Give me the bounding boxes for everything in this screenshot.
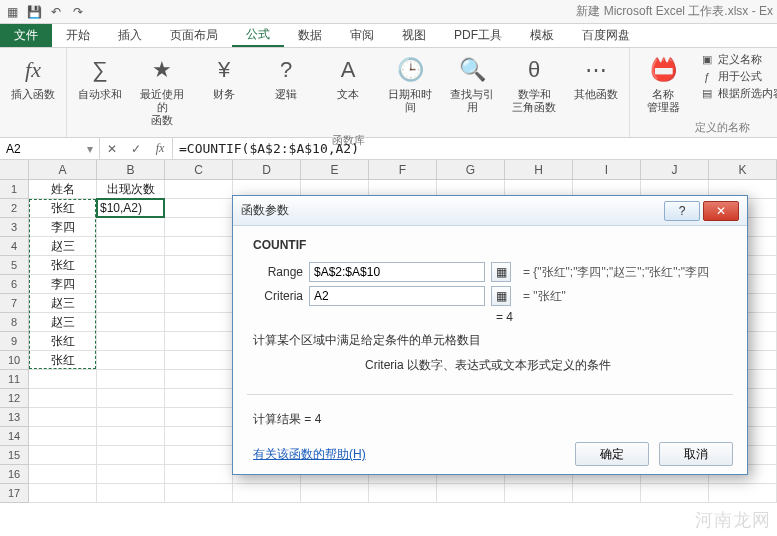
math-trig-button[interactable]: θ 数学和三角函数 [505,50,563,118]
column-header-G[interactable]: G [437,160,505,180]
cell[interactable]: 张红 [29,332,97,351]
autosum-button[interactable]: ∑ 自动求和 [71,50,129,105]
cell[interactable] [97,256,165,275]
cell[interactable] [233,484,301,503]
tab-pdf[interactable]: PDF工具 [440,24,516,47]
cell[interactable] [165,256,233,275]
cell[interactable] [369,484,437,503]
help-link[interactable]: 有关该函数的帮助(H) [253,446,366,463]
row-header-16[interactable]: 16 [0,465,29,484]
column-header-K[interactable]: K [709,160,777,180]
row-header-3[interactable]: 3 [0,218,29,237]
cell[interactable] [165,465,233,484]
cell[interactable] [29,370,97,389]
row-header-4[interactable]: 4 [0,237,29,256]
cell[interactable] [165,180,233,199]
lookup-button[interactable]: 🔍 查找与引用 [443,50,501,118]
tab-formulas[interactable]: 公式 [232,24,284,47]
cell[interactable] [97,446,165,465]
name-manager-button[interactable]: 📛 名称管理器 [634,50,692,118]
row-header-11[interactable]: 11 [0,370,29,389]
cell[interactable]: 赵三 [29,313,97,332]
cell[interactable] [165,275,233,294]
row-header-13[interactable]: 13 [0,408,29,427]
column-header-B[interactable]: B [97,160,165,180]
logical-button[interactable]: ? 逻辑 [257,50,315,105]
cell[interactable] [165,332,233,351]
column-header-C[interactable]: C [165,160,233,180]
tab-baidu[interactable]: 百度网盘 [568,24,644,47]
cell[interactable] [97,484,165,503]
tab-home[interactable]: 开始 [52,24,104,47]
cell[interactable] [97,427,165,446]
cell[interactable]: 赵三 [29,294,97,313]
select-all-corner[interactable] [0,160,29,180]
row-header-12[interactable]: 12 [0,389,29,408]
column-header-I[interactable]: I [573,160,641,180]
qat-save-icon[interactable]: 💾 [26,4,42,20]
formula-cancel-button[interactable]: ✕ [100,138,124,159]
range-input[interactable] [309,262,485,282]
qat-redo-icon[interactable]: ↷ [70,4,86,20]
tab-review[interactable]: 审阅 [336,24,388,47]
datetime-button[interactable]: 🕒 日期和时间 [381,50,439,118]
cell[interactable] [97,389,165,408]
column-header-J[interactable]: J [641,160,709,180]
dialog-titlebar[interactable]: 函数参数 ? ✕ [233,196,747,226]
tab-insert[interactable]: 插入 [104,24,156,47]
row-header-15[interactable]: 15 [0,446,29,465]
recent-functions-button[interactable]: ★ 最近使用的函数 [133,50,191,131]
cell[interactable] [165,389,233,408]
criteria-picker-button[interactable]: ▦ [491,286,511,306]
criteria-input[interactable] [309,286,485,306]
cell[interactable]: $10,A2) [97,199,165,218]
column-header-A[interactable]: A [29,160,97,180]
qat-undo-icon[interactable]: ↶ [48,4,64,20]
cell[interactable] [165,313,233,332]
name-box-input[interactable] [6,142,87,156]
row-header-6[interactable]: 6 [0,275,29,294]
fx-button[interactable]: fx [148,138,172,159]
cell[interactable] [165,408,233,427]
tab-view[interactable]: 视图 [388,24,440,47]
cancel-button[interactable]: 取消 [659,442,733,466]
cell[interactable] [97,275,165,294]
cell[interactable] [97,332,165,351]
row-header-9[interactable]: 9 [0,332,29,351]
range-picker-button[interactable]: ▦ [491,262,511,282]
chevron-down-icon[interactable]: ▾ [87,142,93,156]
cell[interactable] [97,218,165,237]
cell[interactable]: 张红 [29,351,97,370]
insert-function-button[interactable]: fx 插入函数 [4,50,62,105]
cell[interactable]: 李四 [29,275,97,294]
cell[interactable] [505,484,573,503]
cell[interactable]: 出现次数 [97,180,165,199]
create-from-selection-button[interactable]: ▤根据所选内容创建 [700,86,777,101]
tab-file[interactable]: 文件 [0,24,52,47]
cell[interactable] [301,484,369,503]
cell[interactable]: 赵三 [29,237,97,256]
cell[interactable] [97,408,165,427]
cell[interactable] [165,294,233,313]
row-header-8[interactable]: 8 [0,313,29,332]
formula-enter-button[interactable]: ✓ [124,138,148,159]
tab-layout[interactable]: 页面布局 [156,24,232,47]
cell[interactable] [97,351,165,370]
tab-template[interactable]: 模板 [516,24,568,47]
column-header-F[interactable]: F [369,160,437,180]
cell[interactable] [165,218,233,237]
cell[interactable] [97,294,165,313]
cell[interactable] [97,370,165,389]
row-header-5[interactable]: 5 [0,256,29,275]
cell[interactable] [29,427,97,446]
cell[interactable] [29,465,97,484]
column-header-E[interactable]: E [301,160,369,180]
cell[interactable] [97,237,165,256]
column-header-H[interactable]: H [505,160,573,180]
row-header-10[interactable]: 10 [0,351,29,370]
row-header-17[interactable]: 17 [0,484,29,503]
cell[interactable] [165,484,233,503]
cell[interactable] [165,427,233,446]
dialog-close-button[interactable]: ✕ [703,201,739,221]
cell[interactable]: 张红 [29,256,97,275]
